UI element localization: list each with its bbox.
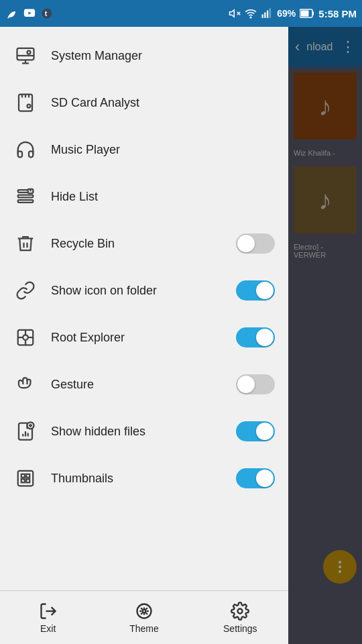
music-player-icon (13, 138, 38, 162)
drawer-scrim[interactable] (288, 27, 362, 644)
svg-rect-13 (17, 48, 34, 60)
menu-item-show-icon-folder[interactable]: Show icon on folder (0, 267, 288, 314)
show-hidden-knob (256, 423, 274, 440)
svg-rect-11 (312, 11, 314, 15)
svg-rect-6 (262, 15, 263, 18)
thumbnails-knob (256, 470, 274, 487)
svg-rect-42 (26, 479, 29, 482)
nav-settings[interactable]: Settings (192, 591, 288, 644)
svg-rect-41 (21, 479, 25, 482)
theme-icon (135, 602, 154, 621)
recycle-bin-label: Recycle Bin (51, 237, 223, 251)
leaf-icon (5, 7, 19, 20)
svg-rect-22 (18, 195, 34, 198)
svg-point-20 (27, 105, 31, 108)
exit-icon (39, 602, 58, 621)
gesture-label: Gesture (51, 378, 223, 392)
svg-rect-39 (21, 474, 25, 478)
menu-item-root-explorer[interactable]: Root Explorer (0, 314, 288, 361)
music-player-label: Music Player (51, 143, 275, 157)
system-manager-icon (13, 44, 38, 68)
thumbnails-label: Thumbnails (51, 472, 223, 486)
svg-point-27 (23, 335, 28, 340)
show-icon-folder-label: Show icon on folder (51, 284, 223, 298)
gesture-icon (13, 372, 38, 396)
svg-rect-38 (18, 471, 34, 486)
show-hidden-toggle[interactable] (236, 421, 275, 441)
time-display: 5:58 PM (318, 8, 357, 19)
status-bar: t 69% 5:58 PM (0, 0, 362, 27)
svg-rect-9 (269, 9, 271, 18)
menu-item-sd-card[interactable]: SD Card Analyst (0, 79, 288, 126)
system-manager-label: System Manager (51, 49, 275, 63)
settings-label: Settings (223, 623, 257, 634)
battery-icon (300, 9, 314, 18)
status-right-info: 69% 5:58 PM (229, 7, 357, 19)
gesture-toggle[interactable] (236, 374, 275, 394)
sd-card-label: SD Card Analyst (51, 96, 275, 110)
root-explorer-toggle[interactable] (236, 327, 275, 347)
nav-theme[interactable]: Theme (96, 591, 192, 644)
tumblr-icon: t (40, 7, 54, 20)
hide-list-label: Hide List (51, 190, 275, 204)
show-hidden-icon (13, 419, 38, 443)
root-explorer-knob (256, 329, 274, 346)
root-explorer-label: Root Explorer (51, 331, 223, 345)
theme-label: Theme (129, 623, 159, 634)
svg-rect-23 (18, 200, 34, 203)
svg-rect-7 (265, 13, 266, 18)
signal-icon (261, 7, 273, 19)
nav-exit[interactable]: Exit (0, 591, 96, 644)
svg-text:t: t (45, 9, 48, 17)
menu-item-recycle-bin[interactable]: Recycle Bin (0, 220, 288, 267)
battery-text: 69% (277, 8, 296, 19)
svg-rect-40 (26, 474, 29, 478)
show-hidden-label: Show hidden files (51, 425, 223, 439)
settings-icon (231, 602, 249, 621)
exit-label: Exit (40, 623, 56, 634)
menu-item-gesture[interactable]: Gesture (0, 361, 288, 408)
main-container: System Manager SD Card Analyst Music Pla… (0, 27, 362, 644)
gesture-knob (237, 376, 255, 393)
thumbnails-icon (13, 466, 38, 490)
sd-card-icon (13, 91, 38, 115)
menu-item-thumbnails[interactable]: Thumbnails (0, 455, 288, 502)
status-left-icons: t (5, 7, 54, 20)
menu-list: System Manager SD Card Analyst Music Pla… (0, 27, 288, 590)
svg-point-44 (238, 608, 243, 613)
recycle-bin-icon (13, 231, 38, 256)
show-icon-folder-toggle[interactable] (236, 280, 275, 301)
menu-item-show-hidden[interactable]: Show hidden files (0, 408, 288, 455)
mute-icon (229, 7, 241, 19)
menu-item-system-manager[interactable]: System Manager (0, 32, 288, 79)
menu-item-hide-list[interactable]: Hide List (0, 173, 288, 220)
drawer: System Manager SD Card Analyst Music Pla… (0, 27, 288, 644)
wifi-icon (245, 7, 257, 19)
show-icon-folder-icon (13, 278, 38, 303)
menu-item-music-player[interactable]: Music Player (0, 126, 288, 173)
root-explorer-icon (13, 325, 38, 350)
svg-point-14 (27, 51, 31, 54)
recycle-bin-toggle-knob (237, 235, 255, 252)
youtube-icon (23, 7, 36, 20)
bottom-nav: Exit Theme Settings (0, 590, 288, 644)
svg-point-5 (251, 17, 252, 18)
recycle-bin-toggle[interactable] (236, 233, 275, 254)
hide-list-icon (13, 184, 38, 209)
svg-rect-8 (267, 11, 268, 18)
thumbnails-toggle[interactable] (236, 468, 275, 488)
svg-rect-12 (301, 11, 309, 17)
show-icon-folder-knob (256, 282, 274, 299)
svg-marker-2 (230, 10, 235, 17)
